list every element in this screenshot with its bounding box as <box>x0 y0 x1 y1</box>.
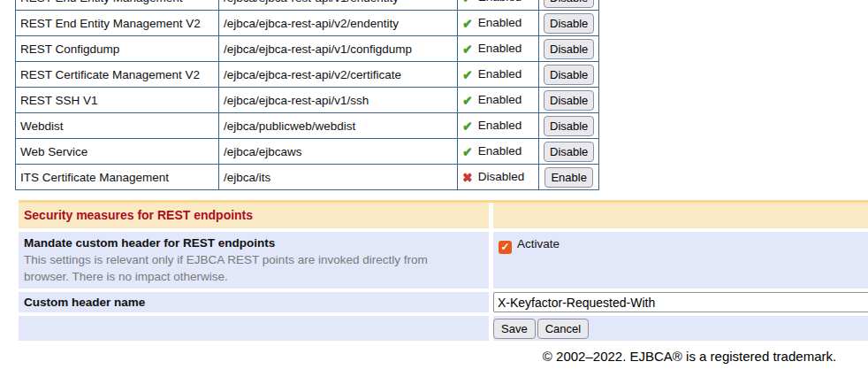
disable-button[interactable]: Disable <box>544 65 594 85</box>
disable-button[interactable]: Disable <box>544 39 594 59</box>
protocol-row: Webdist/ejbca/publicweb/webdist✔EnabledD… <box>16 113 599 139</box>
protocol-action-cell: Disable <box>539 11 599 36</box>
protocol-status-text: Enabled <box>478 42 522 55</box>
custom-header-name-input[interactable] <box>493 292 868 312</box>
save-button[interactable]: Save <box>493 319 536 339</box>
protocol-url: /ejbca/ejbca-rest-api/v1/endentity <box>219 0 458 11</box>
enable-button[interactable]: Enable <box>544 167 592 188</box>
protocol-name: REST Certificate Management V2 <box>16 62 219 88</box>
protocol-name: Webdist <box>16 113 219 139</box>
mandate-custom-header-description: This settings is relevant only if EJBCA … <box>24 251 470 285</box>
check-icon: ✔ <box>462 67 473 81</box>
protocol-name: REST End Entity Management <box>16 0 219 11</box>
mandate-custom-header-label-cell: Mandate custom header for REST endpoints… <box>19 232 489 289</box>
disable-button[interactable]: Disable <box>544 90 594 111</box>
protocol-row: REST Certificate Management V2/ejbca/ejb… <box>16 62 599 88</box>
protocol-name: REST End Entity Management V2 <box>16 11 219 36</box>
protocol-name: REST Configdump <box>16 36 219 62</box>
protocol-url: /ejbca/ejbca-rest-api/v1/configdump <box>219 36 458 62</box>
protocol-status: ✖Disabled <box>458 165 539 190</box>
protocol-action-cell: Disable <box>539 139 599 165</box>
protocol-name: Web Service <box>16 139 219 165</box>
protocol-action-cell: Disable <box>539 88 599 113</box>
protocol-status: ✔Enabled <box>458 88 539 113</box>
check-icon: ✔ <box>462 144 473 158</box>
protocol-row: REST End Entity Management/ejbca/ejbca-r… <box>16 0 599 11</box>
protocol-status-text: Enabled <box>478 144 522 158</box>
protocol-status: ✔Enabled <box>458 113 539 139</box>
cancel-button[interactable]: Cancel <box>537 319 589 339</box>
checkmark-icon: ✓ <box>500 241 509 253</box>
protocol-name: ITS Certificate Management <box>16 165 219 190</box>
protocol-status-text: Enabled <box>478 16 522 29</box>
protocol-action-cell: Disable <box>539 62 599 88</box>
check-icon: ✔ <box>462 93 473 107</box>
protocol-url: /ejbca/ejbca-rest-api/v2/certificate <box>219 62 458 88</box>
protocol-name: REST SSH V1 <box>16 88 219 113</box>
activate-checkbox-label: Activate <box>517 237 560 250</box>
protocols-table: REST End Entity Management/ejbca/ejbca-r… <box>15 0 599 190</box>
mandate-custom-header-label: Mandate custom header for REST endpoints <box>24 235 483 251</box>
protocol-row: Web Service/ejbca/ejbcaws✔EnabledDisable <box>16 139 599 165</box>
security-section-title: Security measures for REST endpoints <box>19 203 489 228</box>
protocol-row: REST SSH V1/ejbca/ejbca-rest-api/v1/ssh✔… <box>16 88 599 113</box>
protocol-url: /ejbca/ejbca-rest-api/v2/endentity <box>219 11 458 36</box>
check-icon: ✔ <box>462 42 473 56</box>
disable-button[interactable]: Disable <box>544 0 594 8</box>
protocol-status: ✔Enabled <box>458 11 539 36</box>
buttons-row-spacer <box>19 316 489 341</box>
protocol-url: /ejbca/ejbca-rest-api/v1/ssh <box>219 88 458 113</box>
custom-header-name-cell <box>493 292 868 312</box>
protocol-row: REST Configdump/ejbca/ejbca-rest-api/v1/… <box>16 36 599 62</box>
protocol-action-cell: Enable <box>539 165 599 190</box>
protocol-url: /ejbca/publicweb/webdist <box>219 113 458 139</box>
security-section: Security measures for REST endpoints Man… <box>19 200 868 341</box>
check-icon: ✔ <box>462 0 473 4</box>
protocol-url: /ejbca/ejbcaws <box>219 139 458 165</box>
check-icon: ✔ <box>462 119 473 133</box>
protocol-status-text: Disabled <box>478 170 525 183</box>
protocol-status: ✔Enabled <box>458 139 539 165</box>
disable-button[interactable]: Disable <box>544 142 594 162</box>
disable-button[interactable]: Disable <box>544 116 594 136</box>
copyright-footer: © 2002–2022. EJBCA® is a registered trad… <box>0 349 868 364</box>
activate-checkbox[interactable]: ✓ <box>499 241 512 254</box>
protocol-url: /ejbca/its <box>219 165 458 190</box>
protocol-action-cell: Disable <box>539 113 599 139</box>
protocol-status: ✔Enabled <box>458 36 539 62</box>
cross-icon: ✖ <box>462 170 473 184</box>
protocol-status: ✔Enabled <box>458 0 539 11</box>
buttons-row: SaveCancel <box>493 316 868 341</box>
protocol-action-cell: Disable <box>539 36 599 62</box>
protocol-row: ITS Certificate Management/ejbca/its✖Dis… <box>16 165 599 190</box>
protocol-status-text: Enabled <box>478 0 522 4</box>
protocol-status-text: Enabled <box>478 67 522 81</box>
security-section-header-spacer <box>493 203 868 228</box>
custom-header-name-label: Custom header name <box>19 292 489 312</box>
protocol-status: ✔Enabled <box>458 62 539 88</box>
protocol-row: REST End Entity Management V2/ejbca/ejbc… <box>16 11 599 36</box>
protocol-status-text: Enabled <box>478 119 522 132</box>
protocol-action-cell: Disable <box>539 0 599 11</box>
disable-button[interactable]: Disable <box>544 13 594 34</box>
mandate-custom-header-value-cell: ✓Activate <box>493 232 868 289</box>
check-icon: ✔ <box>462 16 473 30</box>
protocol-status-text: Enabled <box>478 93 522 106</box>
